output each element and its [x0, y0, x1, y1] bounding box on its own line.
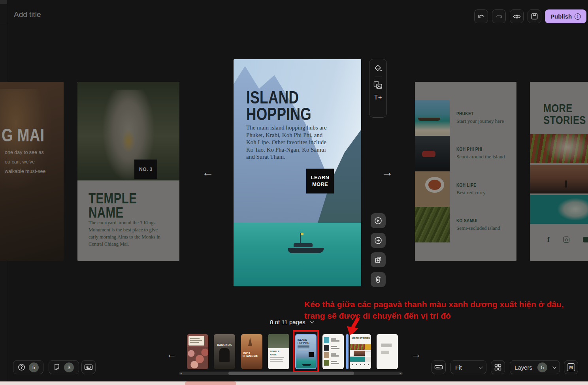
- checklist-button[interactable]: 3: [49, 360, 79, 374]
- preview-button[interactable]: [510, 9, 524, 23]
- play-button[interactable]: [371, 213, 386, 228]
- page-dim-overlay: [530, 82, 588, 261]
- question-icon: [18, 363, 25, 371]
- thumb4-label: TEMPLE NAME: [270, 350, 286, 356]
- redo-button[interactable]: [492, 9, 506, 23]
- page-island-hopping[interactable]: ISLAND HOPPING The main island hopping h…: [234, 59, 361, 286]
- eye-icon: [513, 13, 521, 20]
- thumb8-text-block: [381, 351, 389, 354]
- thumbnail-page-4[interactable]: TEMPLE NAME: [268, 334, 289, 369]
- layers-count-badge: 5: [537, 362, 547, 372]
- thumbnail-page-7[interactable]: MORE STORIES: [350, 334, 371, 369]
- thumb7-yellow-block: [365, 344, 371, 350]
- thumb6-line: [331, 340, 339, 342]
- layers-button[interactable]: Layers 5: [510, 360, 560, 374]
- toolbar-toggle-button[interactable]: [432, 360, 446, 374]
- island-body: The main island hopping hubs are Phuket,…: [246, 124, 327, 161]
- page-chiang-mai[interactable]: G MAI one day to see as ou can, we've wa…: [0, 82, 64, 261]
- thumb6-image: [324, 360, 329, 366]
- page-more-stories[interactable]: MORE STORIES f: [530, 82, 588, 261]
- toolbar-divider: [375, 77, 382, 77]
- keyboard-shortcuts-button[interactable]: [81, 360, 96, 374]
- thumb3-label: TOP 5 CHIANG MAI: [243, 351, 258, 358]
- thumb4-line: [270, 359, 283, 360]
- page-style-toolbar: T+: [369, 59, 387, 118]
- undo-icon: [478, 13, 485, 20]
- left-rail-notch: [0, 0, 7, 4]
- thumbnails-prev-arrow[interactable]: ←: [166, 348, 177, 361]
- thumb1-text-card: [188, 336, 204, 346]
- page-dim-overlay: [415, 82, 516, 261]
- learn-more-line1: LEARN: [311, 175, 329, 181]
- carousel-prev-arrow[interactable]: ←: [202, 166, 214, 178]
- save-icon: [531, 13, 538, 20]
- background-fill-button[interactable]: [374, 64, 383, 73]
- publish-label: Publish: [550, 13, 572, 20]
- publish-info-icon: !: [575, 13, 581, 20]
- help-button[interactable]: 5: [13, 360, 43, 374]
- thumb6-line: [331, 363, 339, 364]
- play-icon: [374, 217, 382, 225]
- media-button[interactable]: [373, 81, 383, 90]
- thumb7-block: [365, 357, 371, 362]
- thumb1-market-image: [187, 347, 208, 369]
- undo-button[interactable]: [474, 9, 488, 23]
- island-title: ISLAND HOPPING: [246, 89, 311, 122]
- annotation-highlight-box: [293, 330, 319, 372]
- add-text-button[interactable]: T+: [374, 94, 382, 101]
- annotation-line1: Kéo thả giữa các pagavà thanh màu xanh d…: [304, 299, 564, 310]
- zoom-level-dropdown[interactable]: Fit: [450, 360, 486, 374]
- thumbnail-page-1[interactable]: [187, 334, 208, 369]
- m-icon: M: [567, 363, 575, 371]
- pages-counter[interactable]: 8 of 11 pages: [270, 319, 313, 325]
- page-dim-overlay: [77, 82, 179, 261]
- keyboard-icon: [84, 364, 93, 370]
- learn-more-line2: MORE: [312, 181, 328, 188]
- minimap-button[interactable]: M: [564, 360, 578, 374]
- grid-view-button[interactable]: [491, 360, 505, 374]
- thumb6-line: [331, 355, 339, 357]
- duplicate-page-button[interactable]: [371, 252, 386, 267]
- thumb3-stupa: [248, 337, 252, 346]
- chevron-down-icon: [479, 365, 483, 369]
- scrollbar-right-arrow[interactable]: ▸: [400, 371, 401, 375]
- carousel-next-arrow[interactable]: →: [381, 166, 393, 178]
- delete-page-button[interactable]: [371, 272, 386, 287]
- thumb4-line: [270, 357, 284, 358]
- thumbnails-scrollbar-track[interactable]: ◂ ▸: [179, 372, 403, 375]
- paint-bucket-icon: [374, 64, 383, 73]
- thumb6-image: [324, 352, 329, 358]
- zoom-level-value: Fit: [455, 364, 462, 371]
- publish-button[interactable]: Publish !: [545, 9, 586, 23]
- thumbnail-page-6[interactable]: [322, 334, 344, 369]
- thumb7-social-dots: [352, 364, 369, 365]
- thumbnails-scrollbar-thumb[interactable]: [228, 372, 354, 375]
- doc-check-icon: [53, 363, 60, 371]
- thumbnails-next-arrow[interactable]: →: [411, 348, 421, 361]
- left-rail-divider: [0, 24, 7, 24]
- scrollbar-left-arrow[interactable]: ◂: [180, 371, 182, 375]
- thumb6-image: [324, 345, 329, 351]
- thumbnail-page-8[interactable]: [377, 334, 398, 369]
- thumb1-line: [190, 342, 199, 343]
- thumb6-image: [324, 337, 329, 343]
- thumb6-line: [331, 338, 336, 340]
- thumb2-photographer: [219, 348, 230, 362]
- checklist-count-badge: 3: [64, 362, 74, 372]
- thumb6-line: [331, 348, 339, 349]
- save-button[interactable]: [528, 9, 541, 23]
- toolbar-strip-icon: [434, 365, 443, 370]
- page-temple-name[interactable]: NO. 3 TEMPLE NAME The courtyard around t…: [77, 82, 179, 261]
- thumbnail-page-2[interactable]: BANGKOK: [214, 334, 235, 369]
- thumb7-chili-strip: [350, 344, 365, 350]
- add-page-button[interactable]: [371, 233, 386, 248]
- thumb7-label: MORE STORIES: [352, 337, 370, 340]
- boat-image: [288, 248, 324, 253]
- chevron-down-icon: [552, 365, 556, 369]
- page-destinations[interactable]: PHUKET Start your journey here KOH PHI P…: [415, 82, 516, 261]
- grid-icon: [494, 364, 501, 371]
- learn-more-button[interactable]: LEARN MORE: [306, 169, 334, 193]
- design-title-input[interactable]: [14, 10, 132, 19]
- thumbnail-page-3[interactable]: TOP 5 CHIANG MAI: [241, 334, 262, 369]
- island-title-line2: HOPPING: [246, 106, 311, 122]
